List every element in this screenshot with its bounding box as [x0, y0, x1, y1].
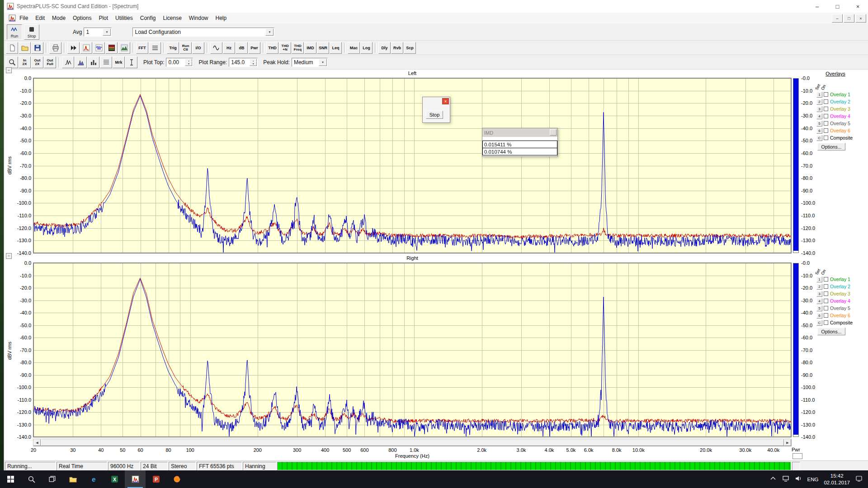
- overlay-on-checkbox[interactable]: [824, 99, 828, 104]
- imd-window-titlebar[interactable]: IMD: [482, 128, 557, 137]
- scope-button[interactable]: Scp: [404, 42, 416, 54]
- overlay-set-button[interactable]: 1: [816, 277, 822, 282]
- menu-edit[interactable]: Edit: [32, 14, 48, 23]
- menu-file[interactable]: File: [16, 14, 32, 23]
- peak-hold-dropdown[interactable]: Medium: [292, 58, 328, 67]
- waveform-plot-button[interactable]: [93, 42, 105, 54]
- internet-explorer-taskbar-button[interactable]: e: [83, 470, 104, 488]
- scroll-left-button[interactable]: [33, 439, 41, 446]
- overlay-on-checkbox[interactable]: [824, 114, 828, 118]
- stop-button[interactable]: Stop: [24, 24, 39, 40]
- menu-config[interactable]: Config: [137, 14, 160, 23]
- open-folder-button[interactable]: [19, 42, 31, 54]
- surface-plot-button[interactable]: [118, 42, 130, 54]
- powerpoint-taskbar-button[interactable]: P: [146, 470, 166, 488]
- clock[interactable]: 15:42 02.01.2017: [824, 473, 850, 486]
- fft-settings-button[interactable]: FFT: [136, 42, 148, 54]
- spectrogram-plot-button[interactable]: [105, 42, 118, 54]
- thd-freq-button[interactable]: THDFreq: [292, 42, 304, 54]
- network-icon[interactable]: [782, 475, 789, 484]
- overlay-on-checkbox[interactable]: [824, 92, 828, 97]
- menu-help[interactable]: Help: [212, 14, 231, 23]
- overlay-set-button[interactable]: 5: [816, 121, 822, 127]
- imd-button[interactable]: IMD: [304, 42, 316, 54]
- menu-utilities[interactable]: Utilities: [112, 14, 137, 23]
- io-device-button[interactable]: I/O: [192, 42, 204, 54]
- menu-license[interactable]: License: [159, 14, 185, 23]
- floating-stop-button[interactable]: Stop: [426, 111, 443, 119]
- grid-lines-button[interactable]: [100, 56, 112, 68]
- action-center-icon[interactable]: [855, 475, 863, 484]
- spectrum-plot-button[interactable]: [80, 42, 92, 54]
- overlay-set-button[interactable]: C: [816, 135, 822, 141]
- thd-n-button[interactable]: THD+N: [279, 42, 291, 54]
- menu-mode[interactable]: Mode: [48, 14, 69, 23]
- overlay-options-button[interactable]: Options...: [817, 328, 845, 335]
- load-configuration-dropdown[interactable]: Load Configuration: [132, 28, 274, 37]
- overlay-on-checkbox[interactable]: [824, 284, 828, 289]
- plot-range-spinner[interactable]: 145.0: [229, 58, 258, 67]
- new-document-button[interactable]: [6, 42, 18, 54]
- mdi-close-button[interactable]: ×: [855, 14, 866, 23]
- overlay-options-button[interactable]: Options...: [817, 143, 845, 150]
- menu-window[interactable]: Window: [185, 14, 212, 23]
- overlay-set-button[interactable]: 3: [816, 291, 822, 297]
- menu-plot[interactable]: Plot: [95, 14, 112, 23]
- overlay-on-checkbox[interactable]: [824, 277, 828, 282]
- signal-generator-button[interactable]: [210, 42, 222, 54]
- fast-forward-button[interactable]: [67, 42, 80, 54]
- chevron-down-icon[interactable]: [265, 28, 274, 36]
- imd-window-button[interactable]: [550, 129, 557, 136]
- minimize-button[interactable]: –: [807, 0, 827, 13]
- zoom-out-full-button[interactable]: OutFull: [44, 56, 56, 68]
- run-button[interactable]: Run: [7, 24, 22, 40]
- spin-down-icon[interactable]: [185, 61, 192, 66]
- overlay-set-button[interactable]: 2: [816, 284, 822, 290]
- overlay-set-button[interactable]: 5: [816, 305, 822, 311]
- volume-icon[interactable]: [795, 475, 802, 484]
- leq-button[interactable]: Leq: [330, 42, 342, 54]
- spin-down-icon[interactable]: [250, 61, 257, 66]
- filled-curve-button[interactable]: [75, 56, 87, 68]
- overlay-set-button[interactable]: 2: [816, 99, 822, 105]
- overlay-on-checkbox[interactable]: [824, 121, 828, 126]
- scrollbar-thumb[interactable]: [41, 439, 784, 446]
- overlay-set-button[interactable]: 6: [816, 313, 822, 319]
- search-taskbar-button[interactable]: [21, 470, 42, 488]
- overlay-on-checkbox[interactable]: [824, 128, 828, 133]
- firefox-taskbar-button[interactable]: [166, 470, 187, 488]
- avg-dropdown[interactable]: 1: [84, 28, 112, 37]
- menu-options[interactable]: Options: [69, 14, 95, 23]
- trigger-button[interactable]: Trig: [167, 42, 179, 54]
- language-indicator[interactable]: ENG: [807, 477, 819, 482]
- reverb-button[interactable]: Rvb: [391, 42, 403, 54]
- tray-expand-button[interactable]: [769, 475, 777, 484]
- thd-button[interactable]: THD: [266, 42, 278, 54]
- excel-taskbar-button[interactable]: X: [104, 470, 125, 488]
- hz-units-button[interactable]: Hz: [223, 42, 235, 54]
- save-disk-button[interactable]: [31, 42, 43, 54]
- cursor-ibeam-button[interactable]: [125, 56, 137, 68]
- zoom-button[interactable]: [6, 56, 18, 68]
- right-spectrum-plot[interactable]: [33, 263, 792, 437]
- scroll-right-button[interactable]: [784, 439, 791, 446]
- stop-toolbar-window[interactable]: × Stop: [422, 97, 450, 123]
- overlay-set-button[interactable]: 4: [816, 298, 822, 304]
- overlay-on-checkbox[interactable]: [824, 136, 828, 140]
- run-control-button[interactable]: RunCtl: [179, 42, 192, 54]
- pane-collapse-button[interactable]: [6, 253, 12, 259]
- bar-graph-button[interactable]: [87, 56, 99, 68]
- chevron-down-icon[interactable]: [103, 28, 111, 36]
- print-button[interactable]: [49, 42, 61, 54]
- overlay-set-button[interactable]: C: [816, 320, 822, 326]
- peak-curve-button[interactable]: [62, 56, 74, 68]
- snr-button[interactable]: SNR: [317, 42, 329, 54]
- spectraplus-taskbar-button[interactable]: [125, 470, 146, 488]
- mdi-restore-button[interactable]: □: [844, 14, 854, 23]
- db-units-button[interactable]: dB: [236, 42, 248, 54]
- close-button[interactable]: ×: [848, 0, 868, 13]
- overlay-on-checkbox[interactable]: [824, 306, 828, 310]
- overlay-on-checkbox[interactable]: [824, 107, 828, 111]
- pane-collapse-button[interactable]: [6, 67, 12, 73]
- close-icon[interactable]: ×: [442, 98, 449, 104]
